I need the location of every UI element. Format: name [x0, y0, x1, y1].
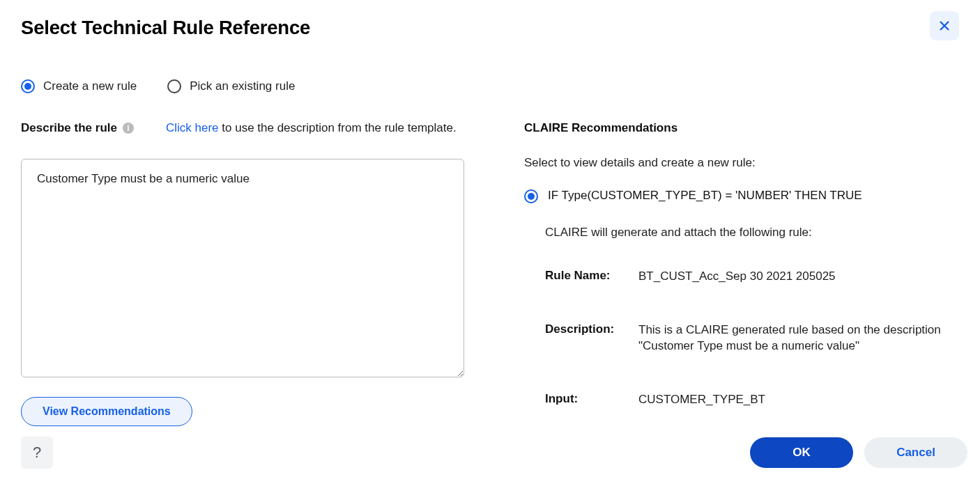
radio-label: Pick an existing rule	[190, 79, 295, 93]
description-value: This is a CLAIRE generated rule based on…	[638, 322, 959, 354]
template-link-group: Click here to use the description from t…	[166, 121, 457, 135]
view-recommendations-button[interactable]: View Recommendations	[21, 397, 192, 426]
radio-pick-existing-rule[interactable]: Pick an existing rule	[167, 79, 295, 93]
input-value: CUSTOMER_TYPE_BT	[638, 392, 959, 408]
close-button[interactable]	[930, 11, 959, 40]
radio-label: Create a new rule	[43, 79, 137, 93]
right-column: CLAIRE Recommendations Select to view de…	[524, 121, 959, 426]
describe-label-row: Describe the rule i Click here to use th…	[21, 121, 464, 135]
mode-radio-group: Create a new rule Pick an existing rule	[21, 79, 959, 93]
info-icon[interactable]: i	[123, 123, 134, 134]
content-columns: Describe the rule i Click here to use th…	[21, 121, 959, 426]
close-icon	[938, 19, 951, 32]
cancel-button[interactable]: Cancel	[864, 437, 967, 468]
recommendations-title: CLAIRE Recommendations	[524, 121, 959, 135]
help-icon: ?	[33, 444, 41, 462]
footer-actions: OK Cancel	[750, 437, 967, 468]
rule-name-label: Rule Name:	[545, 269, 633, 285]
rule-name-value: BT_CUST_Acc_Sep 30 2021 205025	[638, 269, 959, 285]
dialog-title: Select Technical Rule Reference	[21, 17, 310, 39]
radio-icon	[21, 79, 35, 93]
description-label: Description:	[545, 322, 633, 354]
dialog-header: Select Technical Rule Reference	[21, 14, 959, 40]
attach-note: CLAIRE will generate and attach the foll…	[545, 226, 959, 240]
describe-label: Describe the rule	[21, 121, 117, 135]
help-button[interactable]: ?	[21, 437, 53, 469]
recommendations-subtitle: Select to view details and create a new …	[524, 156, 959, 170]
footer: ? OK Cancel	[21, 437, 967, 469]
recommendation-details: Rule Name: BT_CUST_Acc_Sep 30 2021 20502…	[545, 269, 959, 408]
left-column: Describe the rule i Click here to use th…	[21, 121, 464, 426]
rule-description-textarea[interactable]	[21, 159, 464, 377]
input-label: Input:	[545, 392, 633, 408]
recommendation-option[interactable]: IF Type(CUSTOMER_TYPE_BT) = 'NUMBER' THE…	[524, 189, 959, 203]
template-suffix: to use the description from the rule tem…	[219, 121, 457, 134]
use-template-link[interactable]: Click here	[166, 121, 219, 134]
radio-icon	[524, 189, 538, 203]
radio-create-new-rule[interactable]: Create a new rule	[21, 79, 137, 93]
recommendation-expression: IF Type(CUSTOMER_TYPE_BT) = 'NUMBER' THE…	[548, 189, 862, 203]
ok-button[interactable]: OK	[750, 437, 853, 468]
dialog-select-technical-rule-reference: Select Technical Rule Reference Create a…	[0, 0, 980, 477]
radio-icon	[167, 79, 181, 93]
